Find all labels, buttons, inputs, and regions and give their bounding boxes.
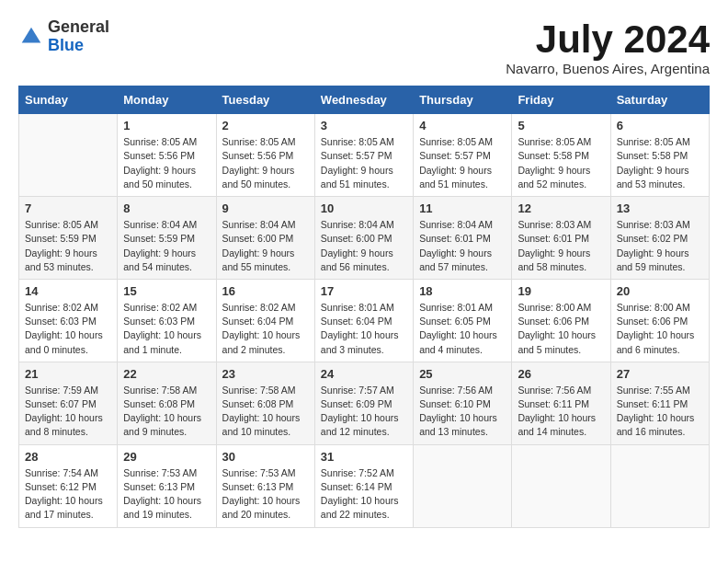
day-number: 29 [123,450,210,464]
calendar-cell: 17Sunrise: 8:01 AMSunset: 6:04 PMDayligh… [314,279,413,362]
calendar-cell: 16Sunrise: 8:02 AMSunset: 6:04 PMDayligh… [216,279,314,362]
calendar-cell: 14Sunrise: 8:02 AMSunset: 6:03 PMDayligh… [19,279,118,362]
calendar-week-row: 14Sunrise: 8:02 AMSunset: 6:03 PMDayligh… [19,279,710,362]
cell-data: Sunrise: 7:58 AMSunset: 6:08 PMDaylight:… [222,384,309,440]
calendar-cell [19,114,118,197]
header-friday: Friday [512,86,610,114]
day-number: 13 [617,201,703,215]
cell-data: Sunrise: 8:03 AMSunset: 6:01 PMDaylight:… [518,218,604,274]
header-sunday: Sunday [19,86,118,114]
day-number: 30 [222,450,309,464]
day-number: 24 [321,367,407,381]
cell-data: Sunrise: 7:56 AMSunset: 6:11 PMDaylight:… [518,384,604,440]
day-number: 27 [617,367,703,381]
day-number: 7 [25,201,111,215]
calendar-cell: 18Sunrise: 8:01 AMSunset: 6:05 PMDayligh… [414,279,512,362]
calendar-cell: 26Sunrise: 7:56 AMSunset: 6:11 PMDayligh… [512,362,610,444]
calendar-cell: 21Sunrise: 7:59 AMSunset: 6:07 PMDayligh… [19,362,118,444]
calendar-cell: 7Sunrise: 8:05 AMSunset: 5:59 PMDaylight… [19,197,118,280]
logo-icon [18,24,44,50]
logo: General Blue [18,18,109,55]
calendar-week-row: 21Sunrise: 7:59 AMSunset: 6:07 PMDayligh… [19,362,710,444]
cell-data: Sunrise: 8:04 AMSunset: 6:00 PMDaylight:… [321,218,407,274]
calendar-cell: 11Sunrise: 8:04 AMSunset: 6:01 PMDayligh… [414,197,512,280]
month-title: July 2024 [506,18,710,61]
calendar-header-row: SundayMondayTuesdayWednesdayThursdayFrid… [19,86,710,114]
day-number: 10 [321,201,407,215]
calendar-cell: 20Sunrise: 8:00 AMSunset: 6:06 PMDayligh… [610,279,709,362]
calendar-week-row: 28Sunrise: 7:54 AMSunset: 6:12 PMDayligh… [19,444,710,527]
calendar-cell: 19Sunrise: 8:00 AMSunset: 6:06 PMDayligh… [512,279,610,362]
calendar-cell: 30Sunrise: 7:53 AMSunset: 6:13 PMDayligh… [216,444,314,527]
location-text: Navarro, Buenos Aires, Argentina [506,61,710,76]
calendar-cell: 25Sunrise: 7:56 AMSunset: 6:10 PMDayligh… [414,362,512,444]
cell-data: Sunrise: 8:03 AMSunset: 6:02 PMDaylight:… [617,218,703,274]
cell-data: Sunrise: 8:05 AMSunset: 5:56 PMDaylight:… [123,135,210,191]
cell-data: Sunrise: 8:01 AMSunset: 6:04 PMDaylight:… [321,301,407,357]
calendar-cell: 27Sunrise: 7:55 AMSunset: 6:11 PMDayligh… [610,362,709,444]
day-number: 11 [419,201,506,215]
calendar-cell: 31Sunrise: 7:52 AMSunset: 6:14 PMDayligh… [314,444,413,527]
cell-data: Sunrise: 7:55 AMSunset: 6:11 PMDaylight:… [617,384,703,440]
cell-data: Sunrise: 7:58 AMSunset: 6:08 PMDaylight:… [123,384,210,440]
cell-data: Sunrise: 7:53 AMSunset: 6:13 PMDaylight:… [123,466,210,523]
calendar-cell: 10Sunrise: 8:04 AMSunset: 6:00 PMDayligh… [314,197,413,280]
day-number: 4 [419,119,506,132]
day-number: 19 [518,284,604,298]
day-number: 12 [518,201,604,215]
calendar-cell [512,444,610,527]
calendar-cell: 29Sunrise: 7:53 AMSunset: 6:13 PMDayligh… [118,444,216,527]
cell-data: Sunrise: 8:04 AMSunset: 5:59 PMDaylight:… [123,218,210,274]
calendar-cell: 15Sunrise: 8:02 AMSunset: 6:03 PMDayligh… [118,279,216,362]
logo-blue-text: Blue [48,36,84,54]
day-number: 18 [419,284,506,298]
cell-data: Sunrise: 8:05 AMSunset: 5:57 PMDaylight:… [419,135,506,191]
cell-data: Sunrise: 8:04 AMSunset: 6:00 PMDaylight:… [222,218,309,274]
cell-data: Sunrise: 7:59 AMSunset: 6:07 PMDaylight:… [25,384,111,440]
cell-data: Sunrise: 7:57 AMSunset: 6:09 PMDaylight:… [321,384,407,440]
day-number: 8 [123,201,210,215]
cell-data: Sunrise: 8:05 AMSunset: 5:56 PMDaylight:… [222,135,309,191]
logo-general-text: General [48,17,109,36]
cell-data: Sunrise: 8:04 AMSunset: 6:01 PMDaylight:… [419,218,506,274]
cell-data: Sunrise: 8:00 AMSunset: 6:06 PMDaylight:… [518,301,604,357]
calendar-cell: 4Sunrise: 8:05 AMSunset: 5:57 PMDaylight… [414,114,512,197]
cell-data: Sunrise: 7:53 AMSunset: 6:13 PMDaylight:… [222,466,309,523]
day-number: 16 [222,284,309,298]
calendar-cell: 3Sunrise: 8:05 AMSunset: 5:57 PMDaylight… [314,114,413,197]
calendar-cell [610,444,709,527]
cell-data: Sunrise: 8:05 AMSunset: 5:59 PMDaylight:… [25,218,111,274]
day-number: 21 [25,367,111,381]
cell-data: Sunrise: 8:02 AMSunset: 6:03 PMDaylight:… [123,301,210,357]
day-number: 9 [222,201,309,215]
cell-data: Sunrise: 8:05 AMSunset: 5:57 PMDaylight:… [321,135,407,191]
day-number: 20 [617,284,703,298]
day-number: 23 [222,367,309,381]
day-number: 3 [321,119,407,132]
day-number: 17 [321,284,407,298]
calendar-cell: 5Sunrise: 8:05 AMSunset: 5:58 PMDaylight… [512,114,610,197]
cell-data: Sunrise: 7:56 AMSunset: 6:10 PMDaylight:… [419,384,506,440]
calendar-cell: 1Sunrise: 8:05 AMSunset: 5:56 PMDaylight… [118,114,216,197]
calendar-cell: 28Sunrise: 7:54 AMSunset: 6:12 PMDayligh… [19,444,118,527]
day-number: 5 [518,119,604,132]
day-number: 6 [617,119,703,132]
calendar-cell: 12Sunrise: 8:03 AMSunset: 6:01 PMDayligh… [512,197,610,280]
calendar-cell: 2Sunrise: 8:05 AMSunset: 5:56 PMDaylight… [216,114,314,197]
calendar-cell: 24Sunrise: 7:57 AMSunset: 6:09 PMDayligh… [314,362,413,444]
header-wednesday: Wednesday [314,86,413,114]
header-saturday: Saturday [610,86,709,114]
title-area: July 2024 Navarro, Buenos Aires, Argenti… [506,18,710,76]
calendar-cell: 9Sunrise: 8:04 AMSunset: 6:00 PMDaylight… [216,197,314,280]
day-number: 15 [123,284,210,298]
calendar-week-row: 1Sunrise: 8:05 AMSunset: 5:56 PMDaylight… [19,114,710,197]
calendar-cell: 8Sunrise: 8:04 AMSunset: 5:59 PMDaylight… [118,197,216,280]
calendar-cell: 22Sunrise: 7:58 AMSunset: 6:08 PMDayligh… [118,362,216,444]
cell-data: Sunrise: 8:05 AMSunset: 5:58 PMDaylight:… [617,135,703,191]
day-number: 28 [25,450,111,464]
svg-marker-0 [22,28,41,43]
calendar-week-row: 7Sunrise: 8:05 AMSunset: 5:59 PMDaylight… [19,197,710,280]
calendar-cell: 23Sunrise: 7:58 AMSunset: 6:08 PMDayligh… [216,362,314,444]
page-header: General Blue July 2024 Navarro, Buenos A… [18,18,710,76]
cell-data: Sunrise: 8:00 AMSunset: 6:06 PMDaylight:… [617,301,703,357]
